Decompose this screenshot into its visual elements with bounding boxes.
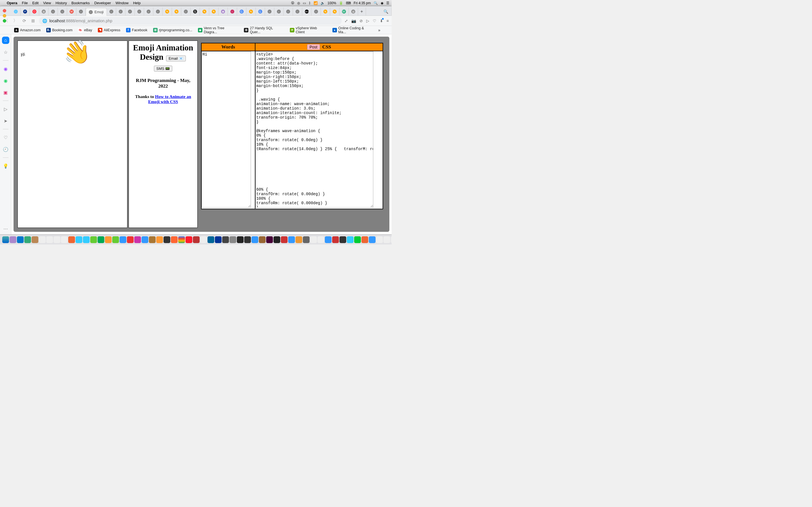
bookmark-item[interactable]: ●Online Coding & Ma... xyxy=(333,26,372,34)
dock-app-icon[interactable] xyxy=(75,236,82,243)
bookmark-item[interactable]: B.Booking.com xyxy=(46,28,72,33)
dock-app-icon[interactable] xyxy=(369,236,375,243)
tab-active[interactable]: ◦ Emoji xyxy=(86,8,107,16)
wifi-icon[interactable]: 📶 xyxy=(313,1,318,5)
bookmark-item[interactable]: 🛍eBay xyxy=(78,28,92,33)
menu-history[interactable]: History xyxy=(56,1,67,5)
dock-app-icon[interactable] xyxy=(68,236,75,243)
display-icon[interactable]: ▭ xyxy=(303,1,306,5)
dock-app-icon[interactable] xyxy=(39,236,46,243)
bookmark-item[interactable]: aAmazon.com xyxy=(14,28,41,33)
tab[interactable]: ◦ xyxy=(274,8,284,15)
tab[interactable]: ✎ xyxy=(172,8,181,15)
dock-app-icon[interactable] xyxy=(127,236,134,243)
dock-filezilla-icon[interactable] xyxy=(281,236,288,243)
dock-app-icon[interactable] xyxy=(54,236,60,243)
block-icon[interactable]: ⊘ xyxy=(359,18,363,23)
battery-icon[interactable]: 🔋 xyxy=(339,1,343,5)
tab[interactable]: W xyxy=(340,8,349,15)
dock-app-icon[interactable] xyxy=(340,236,346,243)
tab[interactable]: ◦ xyxy=(107,8,116,15)
sidebar-more-icon[interactable]: ⋯ xyxy=(3,226,8,231)
dock-app-icon[interactable] xyxy=(10,236,16,243)
dock-app-icon[interactable] xyxy=(98,236,104,243)
dock-app-icon[interactable] xyxy=(83,236,90,243)
tab[interactable]: O xyxy=(30,8,39,15)
bookmark-item[interactable]: ◆Venn vs Tree Diagra... xyxy=(198,26,239,34)
dock-app-icon[interactable] xyxy=(237,236,244,243)
downloads-icon[interactable]: ⬇ xyxy=(380,18,383,23)
camera-icon[interactable]: 📷 xyxy=(351,18,356,23)
siri-icon[interactable]: ◉ xyxy=(380,1,384,5)
sidebar-whatsapp-icon[interactable]: ◉ xyxy=(2,77,9,84)
bookmark-item[interactable]: ◥AliExpress xyxy=(98,28,120,33)
dock-app-icon[interactable] xyxy=(259,236,266,243)
dock-app-icon[interactable] xyxy=(112,236,119,243)
status-icon[interactable]: ◎ xyxy=(297,1,300,5)
dock-photoshop-icon[interactable] xyxy=(215,236,221,243)
dock-app-icon[interactable] xyxy=(347,236,354,243)
dock-app-icon[interactable] xyxy=(244,236,251,243)
heart-icon[interactable]: ♡ xyxy=(373,18,376,23)
dock-app-icon[interactable] xyxy=(61,236,68,243)
control-center-icon[interactable]: ☰ xyxy=(386,1,389,5)
dock-app-icon[interactable] xyxy=(142,236,148,243)
sidebar-send-icon[interactable]: ➤ xyxy=(2,117,9,124)
menu-bookmarks[interactable]: Bookmarks xyxy=(71,1,90,5)
dock-app-icon[interactable] xyxy=(303,236,310,243)
css-textarea[interactable] xyxy=(255,51,373,208)
dock-app-icon[interactable] xyxy=(288,236,295,243)
bookmark-item[interactable]: ⟳vSphere Web Client xyxy=(290,26,327,34)
sidebar-home-icon[interactable]: ⌂ xyxy=(2,37,9,44)
tab[interactable]: ◦ xyxy=(49,8,58,15)
dock-app-icon[interactable] xyxy=(171,236,177,243)
dock-app-icon[interactable] xyxy=(273,236,280,243)
tab[interactable]: DEV xyxy=(302,8,312,15)
clock[interactable]: Fri 4:35 pm xyxy=(354,1,371,5)
dock-app-icon[interactable] xyxy=(105,236,112,243)
dock-app-icon[interactable] xyxy=(200,236,207,243)
email-button[interactable]: Email 📧 xyxy=(166,55,186,61)
dock-app-icon[interactable] xyxy=(222,236,229,243)
tab[interactable]: ◦ xyxy=(312,8,321,15)
minimize-window-button[interactable] xyxy=(3,14,6,17)
words-textarea[interactable] xyxy=(202,51,251,208)
new-tab-button[interactable]: + xyxy=(358,8,366,15)
dock-app-icon[interactable] xyxy=(193,236,200,243)
dock-app-icon[interactable] xyxy=(207,236,214,243)
tab[interactable]: ⊞ xyxy=(349,8,358,15)
dock-opera-icon[interactable] xyxy=(186,236,192,243)
tab[interactable]: ◦ xyxy=(228,8,237,15)
dock-app-icon[interactable] xyxy=(90,236,97,243)
tab[interactable]: ◦ xyxy=(77,8,86,15)
easy-setup-icon[interactable]: ≡ xyxy=(387,18,389,23)
tab[interactable]: ✎ xyxy=(330,8,340,15)
menu-view[interactable]: View xyxy=(43,1,51,5)
snapshot-icon[interactable]: ⤢ xyxy=(345,18,348,23)
bookmark-item[interactable]: ⊞rjmprogramming.co... xyxy=(153,28,192,33)
reload-button[interactable]: ⟳ xyxy=(21,18,28,23)
zoom-window-button[interactable] xyxy=(3,19,6,22)
tab[interactable]: S xyxy=(191,8,200,15)
dock-app-icon[interactable] xyxy=(156,236,163,243)
sidebar-messenger-icon[interactable]: ◉ xyxy=(2,65,9,72)
forward-button[interactable]: 〉 xyxy=(12,18,18,23)
send-icon[interactable]: ▷ xyxy=(366,18,369,23)
tab[interactable]: ◦ xyxy=(284,8,293,15)
dock-app-icon[interactable] xyxy=(325,236,332,243)
menu-window[interactable]: Window xyxy=(116,1,129,5)
dock-app-icon[interactable] xyxy=(296,236,302,243)
tab[interactable]: ◦ xyxy=(265,8,274,15)
app-name[interactable]: Opera xyxy=(7,1,17,5)
sidebar-player-icon[interactable]: ▷ xyxy=(2,105,9,113)
dock-app-icon[interactable] xyxy=(119,236,126,243)
dock-app-icon[interactable] xyxy=(149,236,156,243)
tab[interactable]: ◦ xyxy=(116,8,125,15)
bookmark-item[interactable]: fFacebook xyxy=(126,28,147,33)
sidebar-history-icon[interactable]: 🕘 xyxy=(2,146,9,153)
tab[interactable]: P xyxy=(20,8,30,15)
menu-file[interactable]: File xyxy=(22,1,28,5)
dock-app-icon[interactable] xyxy=(134,236,141,243)
address-bar[interactable]: 🌐 localhost:8888/emoji_animation.php xyxy=(39,17,342,25)
dock-app-icon[interactable] xyxy=(361,236,368,243)
